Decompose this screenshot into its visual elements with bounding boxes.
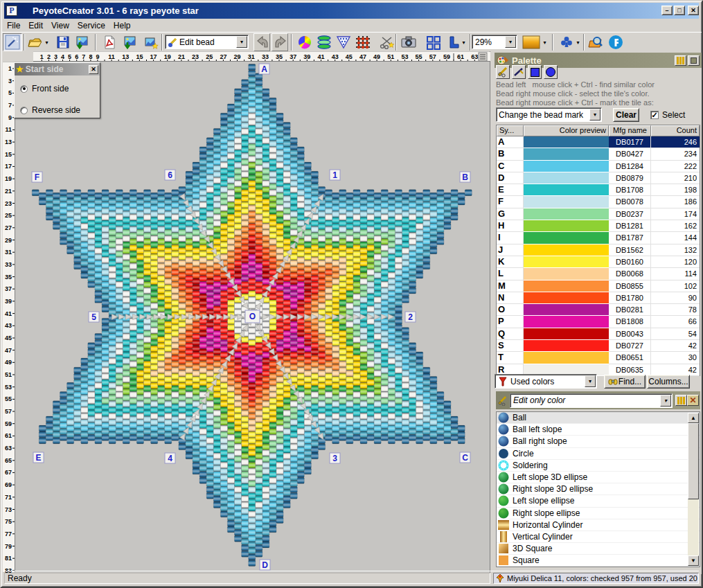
svg-text:45: 45 (346, 53, 353, 60)
svg-text:17: 17 (150, 53, 157, 60)
svg-text:9: 9 (8, 114, 12, 121)
svg-text:13: 13 (5, 139, 12, 145)
svg-text:31: 31 (5, 249, 12, 256)
svg-text:27: 27 (5, 224, 12, 231)
svg-text:8: 8 (89, 53, 92, 60)
svg-text:29: 29 (233, 53, 240, 60)
svg-text:47: 47 (359, 53, 366, 60)
svg-text:55: 55 (5, 395, 12, 402)
svg-text:77: 77 (5, 531, 12, 537)
svg-text:21: 21 (178, 53, 185, 60)
svg-text:73: 73 (5, 506, 12, 513)
svg-text:33: 33 (262, 53, 269, 60)
svg-text:43: 43 (332, 53, 339, 60)
svg-text:9: 9 (96, 53, 99, 60)
svg-text:6: 6 (75, 53, 78, 60)
svg-text:71: 71 (5, 494, 12, 501)
svg-text:45: 45 (5, 335, 12, 341)
svg-text:21: 21 (5, 188, 12, 195)
svg-text:7: 7 (82, 53, 85, 60)
svg-text:33: 33 (5, 261, 12, 268)
svg-text:29: 29 (5, 237, 12, 244)
svg-text:39: 39 (5, 298, 12, 305)
svg-text:35: 35 (276, 53, 283, 60)
svg-text:69: 69 (5, 481, 12, 488)
svg-text:35: 35 (5, 274, 12, 280)
svg-text:51: 51 (387, 53, 394, 60)
svg-text:59: 59 (5, 420, 12, 427)
svg-text:63: 63 (471, 53, 478, 60)
svg-text:53: 53 (5, 384, 12, 391)
svg-text:49: 49 (5, 359, 12, 366)
svg-text:59: 59 (443, 53, 450, 60)
svg-text:67: 67 (5, 469, 12, 476)
svg-text:11: 11 (108, 53, 115, 60)
svg-text:39: 39 (303, 53, 310, 60)
svg-text:15: 15 (136, 53, 143, 60)
svg-text:7: 7 (8, 102, 12, 109)
svg-text:81: 81 (5, 555, 12, 562)
svg-text:15: 15 (5, 151, 12, 158)
svg-text:1: 1 (40, 53, 44, 60)
svg-text:25: 25 (5, 212, 12, 219)
svg-text:79: 79 (5, 543, 12, 550)
svg-text:25: 25 (206, 53, 213, 60)
svg-text:2: 2 (47, 53, 51, 60)
svg-text:75: 75 (5, 518, 12, 525)
svg-text:41: 41 (5, 310, 12, 317)
svg-text:23: 23 (192, 53, 199, 60)
svg-text:51: 51 (5, 371, 12, 378)
svg-text:61: 61 (457, 53, 464, 60)
svg-text:57: 57 (5, 408, 12, 415)
svg-text:43: 43 (5, 322, 12, 329)
svg-text:19: 19 (164, 53, 171, 60)
svg-text:1: 1 (8, 65, 12, 72)
svg-text:47: 47 (5, 347, 12, 354)
svg-text:63: 63 (5, 445, 12, 452)
svg-text:57: 57 (429, 53, 436, 60)
svg-text:31: 31 (248, 53, 255, 60)
svg-text:49: 49 (373, 53, 380, 60)
svg-text:65: 65 (5, 457, 12, 464)
svg-text:11: 11 (5, 126, 12, 133)
svg-text:61: 61 (5, 432, 12, 439)
svg-text:3: 3 (8, 78, 12, 84)
svg-text:5: 5 (68, 53, 71, 60)
svg-text:27: 27 (220, 53, 226, 60)
svg-text:55: 55 (416, 53, 422, 60)
svg-text:13: 13 (122, 53, 129, 60)
svg-text:53: 53 (401, 53, 408, 60)
svg-text:19: 19 (5, 175, 12, 182)
svg-text:41: 41 (317, 53, 324, 60)
svg-text:5: 5 (8, 89, 12, 96)
svg-text:37: 37 (5, 285, 12, 292)
svg-text:23: 23 (5, 200, 12, 207)
svg-text:37: 37 (290, 53, 296, 60)
svg-text:3: 3 (54, 53, 57, 60)
svg-text:4: 4 (61, 53, 64, 60)
svg-text:17: 17 (5, 163, 12, 170)
